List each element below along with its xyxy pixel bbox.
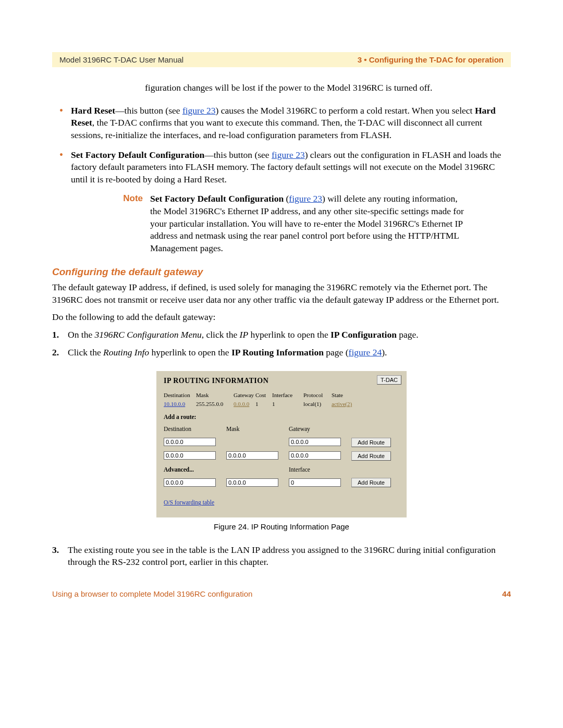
add-route-row-3: Add Route [164, 478, 399, 487]
route-interface: 1 [272, 400, 303, 408]
mask-input-2[interactable] [226, 451, 278, 460]
figure-23-link[interactable]: figure 23 [272, 150, 305, 160]
bullet-lead: Set Factory Default Configuration [71, 150, 204, 160]
ip-routing-pane: IP ROUTING INFORMATION T-DAC Destination… [156, 371, 407, 517]
routing-headers: Destination Mask Gateway Cost Interface … [164, 391, 399, 399]
intro-continuation: figuration changes will be lost if the p… [145, 82, 511, 94]
routing-row: 10.10.0.0 255.255.0.0 0.0.0.0 1 1 local(… [164, 400, 399, 408]
figure-23-link[interactable]: figure 23 [289, 193, 322, 204]
gateway-input-1[interactable] [289, 438, 341, 446]
add-route-labels-1: Destination Mask Gateway [164, 425, 399, 435]
step-2: 2. Click the Routing Info hyperlink to o… [52, 347, 511, 359]
col-cost: Cost [255, 391, 272, 399]
destination-input-2[interactable] [164, 451, 216, 460]
step-number: 3. [52, 544, 59, 557]
lbl-interface: Interface [289, 466, 351, 474]
add-route-row-2: Add Route [164, 451, 399, 461]
bullet-hard-reset: Hard Reset—this button (see figure 23) c… [52, 105, 511, 142]
header-right: 3 • Configuring the T-DAC for operation [358, 55, 504, 64]
figure-24-link[interactable]: figure 24 [349, 347, 382, 357]
col-destination: Destination [164, 391, 196, 399]
bullet-lead: Hard Reset [71, 105, 115, 116]
step-number: 2. [52, 347, 59, 359]
gateway-paragraph-2: Do the following to add the default gate… [52, 311, 511, 324]
routing-title: IP ROUTING INFORMATION [164, 376, 399, 386]
lbl-destination: Destination [164, 425, 226, 434]
gateway-paragraph-1: The default gateway IP address, if defin… [52, 281, 511, 306]
footer-left: Using a browser to complete Model 3196RC… [52, 589, 252, 598]
route-gateway-link[interactable]: 0.0.0.0 [234, 400, 255, 408]
section-heading: Configuring the default gateway [52, 265, 511, 279]
note-block: Note Set Factory Default Configuration (… [115, 193, 469, 254]
lbl-gateway: Gateway [289, 425, 351, 434]
col-protocol: Protocol [303, 391, 332, 399]
lbl-mask: Mask [226, 425, 289, 434]
lbl-advanced: Advanced... [164, 466, 226, 474]
figure-24-caption: Figure 24. IP Routing Information Page [52, 522, 511, 532]
figure-23-link[interactable]: figure 23 [182, 105, 216, 116]
route-cost: 1 [255, 400, 272, 408]
note-label: Note [115, 193, 143, 254]
destination-input-3[interactable] [164, 478, 216, 487]
route-destination-link[interactable]: 10.10.0.0 [164, 400, 196, 408]
col-state: State [332, 391, 360, 399]
step-3: 3. The existing route you see in the tab… [52, 544, 511, 569]
feature-bullets: Hard Reset—this button (see figure 23) c… [52, 105, 511, 186]
advanced-labels: Advanced... Interface [164, 466, 399, 475]
destination-input-1[interactable] [164, 438, 216, 446]
add-route-button-3[interactable]: Add Route [351, 478, 391, 487]
add-route-row-1: Add Route [164, 438, 399, 447]
footer-page-number: 44 [502, 589, 511, 598]
header-left: Model 3196RC T-DAC User Manual [59, 55, 183, 64]
add-route-label: Add a route: [164, 413, 399, 422]
tdac-button[interactable]: T-DAC [377, 375, 401, 385]
gateway-input-2[interactable] [289, 451, 341, 460]
route-mask: 255.255.0.0 [196, 400, 234, 408]
bullet-factory-default: Set Factory Default Configuration—this b… [52, 149, 511, 186]
mask-input-3[interactable] [226, 478, 278, 487]
add-route-button-1[interactable]: Add Route [351, 438, 391, 447]
route-protocol: local(1) [303, 400, 332, 408]
step-1: 1. On the 3196RC Configuration Menu, cli… [52, 329, 511, 341]
page-header: Model 3196RC T-DAC User Manual 3 • Confi… [52, 52, 511, 67]
step-list-cont: 3. The existing route you see in the tab… [52, 544, 511, 569]
step-list: 1. On the 3196RC Configuration Menu, cli… [52, 329, 511, 359]
step-number: 1. [52, 329, 59, 341]
col-gateway: Gateway [234, 391, 255, 399]
route-state-link[interactable]: active(2) [332, 400, 360, 408]
note-body: Set Factory Default Configuration (figur… [150, 193, 469, 254]
os-forwarding-link[interactable]: O/S forwarding table [164, 499, 214, 507]
col-mask: Mask [196, 391, 234, 399]
interface-input-3[interactable] [289, 478, 341, 487]
add-route-button-2[interactable]: Add Route [351, 451, 391, 461]
col-interface: Interface [272, 391, 303, 399]
page-footer: Using a browser to complete Model 3196RC… [52, 589, 511, 598]
